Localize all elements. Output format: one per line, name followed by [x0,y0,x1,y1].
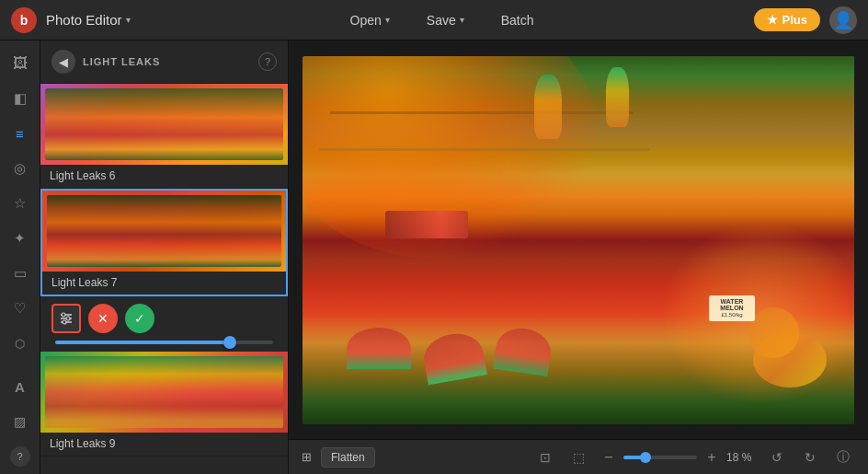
sidebar-item-favorites[interactable]: ☆ [5,188,36,219]
svg-point-4 [66,317,70,320]
batch-button[interactable]: Batch [494,9,542,31]
panel-header: ◀ LIGHT LEAKS ? [40,40,288,84]
filter-preview-6 [40,84,288,165]
svg-point-5 [63,320,66,324]
slider-fill [55,341,230,344]
apply-filter-button[interactable]: ✓ [125,304,154,333]
zoom-out-button[interactable]: − [600,448,618,467]
checkmark-icon: ✓ [134,311,145,326]
canvas-area: WATER MELON £1.50/kg ⊞ Flatten ⊡ ⬚ [289,40,868,474]
info-icon: ⓘ [837,449,850,466]
redo-button[interactable]: ↻ [798,445,822,469]
app-logo[interactable]: b [11,7,37,33]
zoom-value: 18 % [726,451,756,464]
panel-back-button[interactable]: ◀ [51,50,75,74]
slider-thumb[interactable] [223,336,236,349]
filter-label-6: Light Leaks 6 [40,165,288,188]
orange-fruit [748,307,799,358]
adjustment-controls: ✕ ✓ [51,304,277,333]
main-image: WATER MELON £1.50/kg [303,56,854,424]
filter-thumb-6 [40,84,288,165]
topbar-right: ★ Plus 👤 [754,6,857,34]
undo-icon: ↺ [771,450,782,465]
app-title[interactable]: Photo Editor ▾ [46,12,131,28]
filter-thumb-7 [42,191,286,272]
layers-button[interactable]: ⊞ [302,450,312,464]
panel-title: LIGHT LEAKS [83,56,251,67]
pineapple-1 [534,75,562,139]
avatar[interactable]: 👤 [829,6,857,34]
layers-icon: ◧ [14,90,27,107]
filter-item-9[interactable]: Light Leaks 9 [40,352,288,457]
topbar: b Photo Editor ▾ Open ▾ Save ▾ Batch ★ P… [0,0,868,40]
open-button[interactable]: Open ▾ [343,9,397,31]
filter-item-7[interactable]: Light Leaks 7 [40,189,288,296]
panel-content: Light Leaks 6 Light Leaks 7 [40,84,288,474]
watermelon-1 [347,328,411,369]
sidebar-help-button[interactable]: ? [10,446,30,467]
sidebar-item-crop[interactable]: ▭ [5,258,36,289]
sidebar-item-shape[interactable]: ⬡ [5,328,36,359]
filter-label-9: Light Leaks 9 [40,433,288,456]
filter-preview-7 [42,191,286,272]
pineapple-2 [606,67,629,127]
sidebar-item-heart[interactable]: ♡ [5,293,36,324]
zoom-slider[interactable] [623,456,697,459]
filter-preview-9 [40,352,288,433]
sidebar-item-view[interactable]: ◎ [5,153,36,184]
effects-icon: ✦ [14,230,26,247]
adjust-settings-button[interactable] [51,304,81,333]
sidebar-item-pattern[interactable]: ▨ [5,406,36,437]
filter-panel: ◀ LIGHT LEAKS ? Light Leaks 6 [40,40,289,474]
adjustment-row: ✕ ✓ [40,296,288,352]
zoom-control: − + 18 % [600,448,756,467]
zoom-slider-thumb[interactable] [640,452,651,463]
back-arrow-icon: ◀ [59,55,68,69]
cancel-filter-button[interactable]: ✕ [88,304,118,333]
panel-help-button[interactable]: ? [258,52,277,71]
export-icon: ⬚ [573,450,585,465]
plus-star-icon: ★ [767,13,778,27]
pattern-icon: ▨ [14,414,26,429]
help-circle-icon: ? [265,56,270,67]
bottom-bar: ⊞ Flatten ⊡ ⬚ − + 18 % ↺ [289,439,868,474]
shape-icon: ⬡ [15,337,25,351]
undo-button[interactable]: ↺ [765,445,789,469]
filter-thumb-9 [40,352,288,433]
price-tag: WATER MELON £1.50/kg [709,295,755,321]
opacity-slider-row [51,341,277,344]
opacity-slider[interactable] [55,341,273,344]
frame-button[interactable]: ⊡ [533,445,557,469]
frame-icon: ⊡ [540,450,551,465]
sliders-icon [59,311,74,326]
topbar-center: Open ▾ Save ▾ Batch [131,9,754,31]
canvas-viewport: WATER MELON £1.50/kg [289,40,868,439]
redo-icon: ↻ [805,450,816,465]
filter-item-6[interactable]: Light Leaks 6 [40,84,288,189]
view-icon: ◎ [14,160,26,177]
cancel-icon: ✕ [97,311,108,326]
sidebar-item-text[interactable]: A [5,371,36,402]
text-icon: A [15,379,25,395]
zoom-in-button[interactable]: + [702,448,721,467]
sidebar-item-layers[interactable]: ◧ [5,83,36,114]
open-chevron: ▾ [385,15,390,25]
sidebar-item-effects[interactable]: ✦ [5,223,36,254]
heart-icon: ♡ [14,300,26,317]
plus-button[interactable]: ★ Plus [754,8,820,31]
save-button[interactable]: Save ▾ [419,9,472,31]
sidebar-item-filters[interactable]: ≡ [5,118,36,149]
sidebar-item-media[interactable]: 🖼 [5,48,36,79]
filters-icon: ≡ [16,126,24,142]
flatten-button[interactable]: Flatten [321,447,375,468]
media-icon: 🖼 [13,55,28,72]
crate-line-1 [330,111,634,114]
crate-line-2 [319,148,650,151]
help-icon: ? [17,451,22,462]
info-button[interactable]: ⓘ [831,445,855,469]
export-button[interactable]: ⬚ [566,445,590,469]
main-area: 🖼 ◧ ≡ ◎ ☆ ✦ ▭ ♡ ⬡ A ▨ [0,40,868,474]
crop-icon: ▭ [14,265,27,282]
strawberries [385,211,468,238]
svg-point-3 [62,313,65,317]
